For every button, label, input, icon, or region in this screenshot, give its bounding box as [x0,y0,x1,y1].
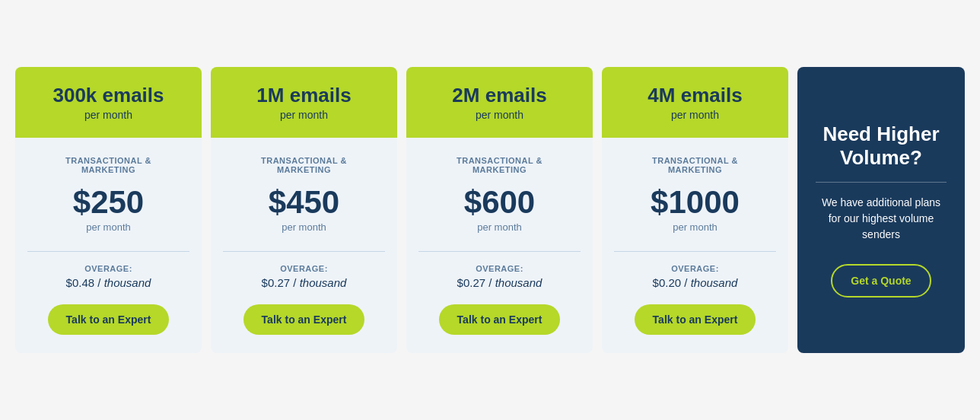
overage-label: OVERAGE: [671,264,719,273]
per-month-price: per month [673,221,718,233]
card-header: 2M emails per month [406,67,593,138]
divider [418,251,581,252]
overage-label: OVERAGE: [84,264,132,273]
talk-to-expert-button[interactable]: Talk to an Expert [439,304,561,335]
email-count: 4M emails [614,84,776,107]
overage-value: $0.27 / thousand [457,276,542,289]
card-body: TRANSACTIONAL &MARKETING $600 per month … [406,138,593,353]
per-month-header: per month [418,109,581,121]
get-a-quote-button[interactable]: Get a Quote [831,264,931,298]
card-body: TRANSACTIONAL &MARKETING $250 per month … [15,138,202,353]
overage-label: OVERAGE: [280,264,328,273]
card-body: TRANSACTIONAL &MARKETING $450 per month … [211,138,397,353]
pricing-card-card-2m: 2M emails per month TRANSACTIONAL &MARKE… [406,67,593,353]
higher-volume-title: Need Higher Volume? [816,123,947,170]
higher-volume-divider [816,182,947,183]
per-month-price: per month [86,221,131,233]
plan-type: TRANSACTIONAL &MARKETING [652,156,738,174]
divider [223,251,385,252]
card-header: 1M emails per month [211,67,397,138]
card-header: 4M emails per month [602,67,788,138]
per-month-header: per month [223,109,385,121]
price: $250 [73,186,144,218]
divider [614,251,776,252]
overage-value: $0.27 / thousand [262,276,347,289]
overage-label: OVERAGE: [476,264,523,273]
talk-to-expert-button[interactable]: Talk to an Expert [48,304,170,335]
pricing-card-card-4m: 4M emails per month TRANSACTIONAL &MARKE… [602,67,788,353]
pricing-card-card-1m: 1M emails per month TRANSACTIONAL &MARKE… [211,67,397,353]
price: $450 [269,186,339,218]
email-count: 2M emails [418,84,581,107]
overage-value: $0.20 / thousand [653,276,738,289]
per-month-price: per month [282,221,326,233]
email-count: 300k emails [27,84,189,107]
pricing-container: 300k emails per month TRANSACTIONAL &MAR… [15,67,965,353]
overage-value: $0.48 / thousand [66,276,151,289]
price: $600 [464,186,535,218]
talk-to-expert-button[interactable]: Talk to an Expert [243,304,365,335]
plan-type: TRANSACTIONAL &MARKETING [65,156,151,174]
higher-volume-card: Need Higher Volume? We have additional p… [797,67,965,353]
card-body: TRANSACTIONAL &MARKETING $1000 per month… [602,138,788,353]
pricing-card-card-300k: 300k emails per month TRANSACTIONAL &MAR… [15,67,202,353]
plan-type: TRANSACTIONAL &MARKETING [457,156,542,174]
plan-type: TRANSACTIONAL &MARKETING [261,156,347,174]
per-month-price: per month [477,221,522,233]
higher-volume-description: We have additional plans for our highest… [816,195,947,243]
email-count: 1M emails [223,84,385,107]
price: $1000 [651,186,740,218]
talk-to-expert-button[interactable]: Talk to an Expert [635,304,756,335]
per-month-header: per month [614,109,776,121]
divider [27,251,189,252]
per-month-header: per month [27,109,189,121]
card-header: 300k emails per month [15,67,202,138]
